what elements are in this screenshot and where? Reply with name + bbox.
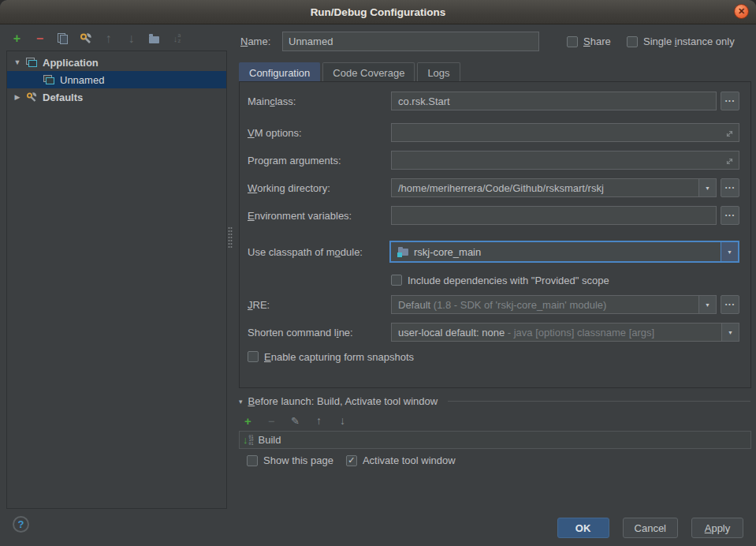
settings-tabs: Configuration Code Coverage Logs bbox=[239, 62, 463, 82]
dropdown-arrow-icon[interactable]: ▼ bbox=[721, 323, 739, 341]
program-arguments-input[interactable] bbox=[391, 151, 739, 170]
chevron-collapsed-icon[interactable]: ▶ bbox=[13, 93, 21, 101]
jre-label: JRE: bbox=[248, 295, 270, 314]
tree-item-defaults[interactable]: ▶ Defaults bbox=[7, 88, 226, 106]
main-class-browse-button[interactable]: ... bbox=[721, 92, 739, 110]
vm-options-input[interactable] bbox=[391, 123, 739, 142]
move-task-down-icon[interactable]: ↓ bbox=[336, 414, 349, 428]
edit-task-icon[interactable]: ✎ bbox=[289, 414, 302, 428]
main-class-input[interactable]: co.rsk.Start bbox=[391, 92, 717, 110]
before-launch-header[interactable]: ▾ Before launch: Build, Activate tool wi… bbox=[239, 395, 750, 407]
remove-task-icon[interactable]: − bbox=[265, 414, 278, 428]
tree-item-label: Application bbox=[43, 57, 99, 69]
apply-button[interactable]: Apply bbox=[691, 518, 743, 538]
environment-variables-input[interactable] bbox=[391, 206, 717, 225]
name-input[interactable]: Unnamed bbox=[282, 32, 539, 51]
before-launch-title: Before launch: Build, Activate tool wind… bbox=[248, 395, 438, 407]
module-icon bbox=[397, 247, 409, 256]
enable-snapshots-checkbox[interactable] bbox=[248, 351, 259, 362]
close-icon[interactable]: ✕ bbox=[734, 4, 749, 19]
program-arguments-label: Program arguments: bbox=[248, 151, 341, 170]
jre-combo[interactable]: Default (1.8 - SDK of 'rskj-core_main' m… bbox=[391, 295, 717, 314]
copy-icon bbox=[58, 33, 68, 44]
use-classpath-value: rskj-core_main bbox=[414, 246, 481, 258]
jre-value-primary: Default bbox=[398, 299, 430, 311]
jre-value-secondary: (1.8 - SDK of 'rskj-core_main' module) bbox=[430, 299, 606, 311]
use-classpath-combo[interactable]: rskj-core_main ▼ bbox=[389, 241, 739, 263]
tab-code-coverage[interactable]: Code Coverage bbox=[322, 62, 415, 82]
shorten-value-primary: user-local default: none bbox=[398, 327, 505, 338]
configurations-tree: ▼ Application Unnamed ▶ Defaults bbox=[6, 50, 227, 509]
tree-item-application[interactable]: ▼ Application bbox=[7, 54, 226, 71]
dropdown-arrow-icon[interactable]: ▼ bbox=[698, 179, 716, 196]
expand-field-icon[interactable] bbox=[725, 156, 734, 168]
dropdown-arrow-icon[interactable]: ▼ bbox=[698, 296, 716, 313]
shorten-command-line-label: Shorten command line: bbox=[248, 323, 353, 342]
main-class-value: co.rsk.Start bbox=[398, 95, 450, 107]
section-divider bbox=[448, 401, 750, 402]
name-value: Unnamed bbox=[289, 36, 333, 47]
use-classpath-label: Use classpath of module: bbox=[248, 242, 363, 261]
defaults-wrench-icon bbox=[26, 92, 38, 103]
single-instance-label: Single instance only bbox=[643, 36, 735, 47]
sort-configurations-icon[interactable]: ↓a z bbox=[170, 32, 184, 46]
copy-configuration-icon[interactable] bbox=[56, 32, 69, 46]
wrench-icon bbox=[80, 32, 92, 45]
add-task-icon[interactable]: + bbox=[241, 414, 255, 428]
add-configuration-icon[interactable]: + bbox=[10, 32, 24, 46]
include-provided-checkbox[interactable] bbox=[391, 275, 402, 286]
working-directory-combo[interactable]: /home/meriherrera/Code/Github/rsksmart/r… bbox=[391, 178, 717, 197]
before-launch-toolbar: + − ✎ ↑ ↓ bbox=[241, 413, 349, 428]
before-launch-task-list: ↓01 10 01 Build bbox=[239, 431, 751, 449]
tree-item-label: Defaults bbox=[43, 92, 83, 103]
create-folder-icon[interactable] bbox=[147, 32, 161, 46]
task-label[interactable]: Build bbox=[259, 434, 281, 446]
share-checkbox-group[interactable]: Share bbox=[567, 32, 611, 51]
show-this-page-checkbox[interactable] bbox=[247, 455, 258, 466]
shorten-command-line-combo[interactable]: user-local default: none - java [options… bbox=[391, 323, 739, 342]
titlebar[interactable]: Run/Debug Configurations ✕ bbox=[0, 0, 756, 24]
remove-configuration-icon[interactable]: − bbox=[33, 32, 47, 46]
move-down-icon[interactable]: ↓ bbox=[125, 32, 138, 46]
enable-snapshots-label: Enable capturing form snapshots bbox=[264, 351, 414, 363]
build-icon: ↓01 10 01 bbox=[243, 435, 254, 446]
tree-item-label: Unnamed bbox=[60, 74, 104, 86]
splitter-handle[interactable] bbox=[228, 226, 233, 249]
configurations-toolbar: + − ↑ ↓ ↓a z bbox=[10, 31, 184, 47]
tree-item-unnamed[interactable]: Unnamed bbox=[7, 71, 226, 88]
ok-button[interactable]: OK bbox=[557, 518, 609, 538]
single-instance-checkbox-group[interactable]: Single instance only bbox=[627, 32, 735, 51]
working-directory-label: Working directory: bbox=[248, 178, 330, 197]
chevron-expanded-icon[interactable]: ▼ bbox=[13, 58, 21, 66]
cancel-button[interactable]: Cancel bbox=[623, 518, 678, 538]
before-launch-options: Show this page ✓ Activate tool window bbox=[247, 454, 456, 466]
help-icon[interactable]: ? bbox=[13, 516, 29, 533]
move-up-icon[interactable]: ↑ bbox=[102, 32, 115, 46]
tab-logs[interactable]: Logs bbox=[417, 62, 460, 82]
working-directory-browse-button[interactable]: ... bbox=[721, 178, 739, 197]
single-instance-checkbox[interactable] bbox=[627, 36, 638, 47]
include-provided-checkbox-group[interactable]: Include dependencies with "Provided" sco… bbox=[391, 274, 609, 286]
run-debug-configurations-dialog: Run/Debug Configurations ✕ + − ↑ ↓ ↓a z … bbox=[0, 0, 756, 546]
application-type-icon bbox=[26, 58, 38, 68]
enable-snapshots-checkbox-group[interactable]: Enable capturing form snapshots bbox=[248, 350, 414, 363]
configuration-panel: Main class: co.rsk.Start ... VM options:… bbox=[239, 81, 751, 388]
move-task-up-icon[interactable]: ↑ bbox=[312, 414, 326, 428]
name-label: Name: bbox=[240, 32, 270, 51]
dialog-buttons: OK Cancel Apply bbox=[557, 518, 743, 538]
activate-tool-window-checkbox[interactable]: ✓ bbox=[346, 455, 357, 466]
environment-variables-browse-button[interactable]: ... bbox=[721, 206, 739, 225]
tab-configuration[interactable]: Configuration bbox=[239, 62, 320, 82]
share-checkbox[interactable] bbox=[567, 36, 578, 47]
edit-defaults-icon[interactable] bbox=[79, 32, 92, 46]
main-class-label: Main class: bbox=[248, 92, 296, 110]
shorten-value-secondary: - java [options] classname [args] bbox=[505, 327, 654, 338]
activate-tool-window-checkbox-group[interactable]: ✓ Activate tool window bbox=[346, 454, 456, 466]
expand-field-icon[interactable] bbox=[725, 129, 734, 140]
jre-browse-button[interactable]: ... bbox=[721, 295, 739, 314]
show-this-page-checkbox-group[interactable]: Show this page bbox=[247, 454, 333, 466]
section-collapse-icon[interactable]: ▾ bbox=[239, 398, 243, 406]
include-provided-label: Include dependencies with "Provided" sco… bbox=[408, 275, 609, 286]
dropdown-arrow-icon[interactable]: ▼ bbox=[721, 242, 738, 261]
share-label: Share bbox=[583, 36, 611, 47]
